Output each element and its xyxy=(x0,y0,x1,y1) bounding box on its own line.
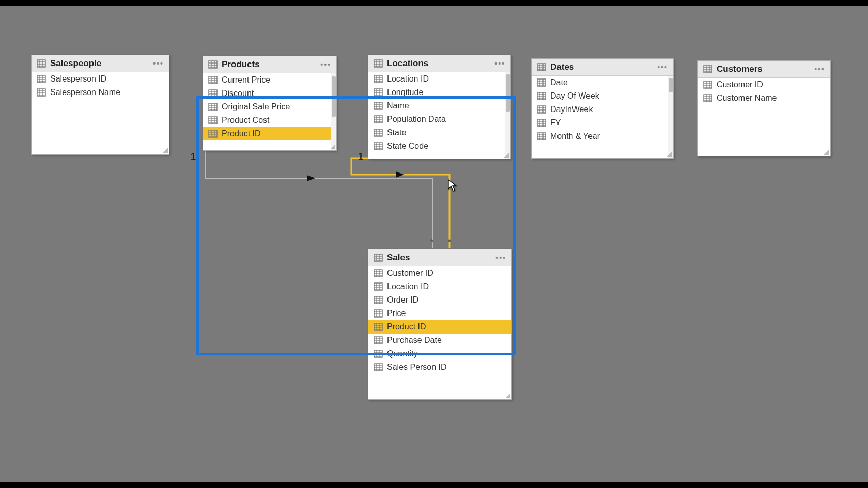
field-name: FY xyxy=(550,118,561,128)
resize-handle[interactable] xyxy=(330,144,335,149)
table-header[interactable]: Dates••• xyxy=(532,59,673,76)
table-menu-icon[interactable]: ••• xyxy=(495,254,506,262)
table-title: Customers xyxy=(717,64,763,74)
field-name: Purchase Date xyxy=(387,336,442,345)
resize-handle[interactable] xyxy=(824,150,829,155)
table-body: Customer IDCustomer Name xyxy=(698,78,830,156)
field-name: Day Of Week xyxy=(550,91,599,101)
field-name: Product Cost xyxy=(222,116,269,125)
cardinality-label: 1 xyxy=(191,151,196,162)
field-row[interactable]: Salesperson Name xyxy=(32,86,169,99)
table-locations[interactable]: Locations•••Location IDLongitudeNamePopu… xyxy=(368,55,511,159)
resize-handle[interactable] xyxy=(667,152,672,157)
table-header[interactable]: Customers••• xyxy=(698,61,830,78)
field-name: Name xyxy=(387,101,409,111)
field-row[interactable]: FY xyxy=(532,116,673,130)
field-row[interactable]: Sales Person ID xyxy=(368,360,512,374)
field-name: State Code xyxy=(387,141,428,151)
scrollbar[interactable] xyxy=(331,73,336,150)
field-name: Location ID xyxy=(387,282,429,291)
table-title: Products xyxy=(222,59,260,70)
table-menu-icon[interactable]: ••• xyxy=(494,59,505,68)
table-header[interactable]: Locations••• xyxy=(368,55,510,72)
field-row[interactable]: Longitude xyxy=(368,86,510,99)
table-header[interactable]: Salespeople••• xyxy=(32,55,169,72)
table-menu-icon[interactable]: ••• xyxy=(320,60,331,69)
field-row[interactable]: Name xyxy=(368,99,510,113)
field-name: Date xyxy=(550,78,568,87)
scrollbar-thumb[interactable] xyxy=(332,76,336,117)
table-customers[interactable]: Customers•••Customer IDCustomer Name xyxy=(698,60,831,156)
field-name: Quantity xyxy=(387,349,418,358)
field-name: Salesperson ID xyxy=(50,74,106,84)
resize-handle[interactable] xyxy=(504,152,509,158)
field-name: Original Sale Price xyxy=(222,102,290,112)
table-title: Sales xyxy=(387,253,410,263)
cardinality-label: * xyxy=(447,237,452,248)
resize-handle[interactable] xyxy=(163,148,168,153)
field-name: Product ID xyxy=(387,322,426,332)
table-dates[interactable]: Dates•••DateDay Of WeekDayInWeekFYMonth … xyxy=(531,58,674,159)
scrollbar-thumb[interactable] xyxy=(669,78,673,92)
field-row[interactable]: DayInWeek xyxy=(532,103,673,116)
field-name: Product ID xyxy=(222,129,261,138)
resize-handle[interactable] xyxy=(505,393,510,398)
table-menu-icon[interactable]: ••• xyxy=(657,63,668,71)
table-body: Location IDLongitudeNamePopulation DataS… xyxy=(368,72,510,159)
field-row[interactable]: Customer ID xyxy=(698,78,830,91)
table-header[interactable]: Sales••• xyxy=(368,249,512,266)
field-row[interactable]: Purchase Date xyxy=(368,334,512,347)
table-salespeople[interactable]: Salespeople•••Salesperson IDSalesperson … xyxy=(31,55,169,155)
field-name: Current Price xyxy=(222,75,270,85)
field-name: Customer ID xyxy=(387,269,433,278)
table-products[interactable]: Products•••Current PriceDiscountOriginal… xyxy=(203,56,337,151)
field-name: Longitude xyxy=(387,88,423,97)
field-name: Sales Person ID xyxy=(387,363,447,372)
field-row[interactable]: Product ID xyxy=(368,320,512,334)
field-row[interactable]: Original Sale Price xyxy=(203,100,336,114)
table-header[interactable]: Products••• xyxy=(203,56,336,73)
table-body: Current PriceDiscountOriginal Sale Price… xyxy=(203,73,336,150)
field-row[interactable]: State Code xyxy=(368,139,510,153)
field-row[interactable]: Month & Year xyxy=(532,130,673,143)
field-row[interactable]: Salesperson ID xyxy=(32,72,169,86)
table-title: Dates xyxy=(550,62,574,72)
field-row[interactable]: Current Price xyxy=(203,73,336,87)
scrollbar[interactable] xyxy=(668,76,673,158)
mouse-cursor xyxy=(447,179,458,192)
svg-marker-1 xyxy=(396,171,404,178)
cardinality-label: * xyxy=(430,237,434,248)
field-name: Population Data xyxy=(387,115,446,124)
scrollbar[interactable] xyxy=(505,72,510,159)
field-row[interactable]: Date xyxy=(532,76,673,89)
scrollbar-thumb[interactable] xyxy=(506,74,510,112)
field-name: Customer Name xyxy=(717,93,777,103)
field-name: Customer ID xyxy=(717,80,763,89)
field-row[interactable]: Location ID xyxy=(368,72,510,86)
field-name: Discount xyxy=(222,89,254,98)
table-title: Locations xyxy=(387,58,428,69)
table-body: Salesperson IDSalesperson Name xyxy=(32,72,169,154)
field-row[interactable]: Population Data xyxy=(368,113,510,126)
field-row[interactable]: Quantity xyxy=(368,347,512,360)
field-name: Price xyxy=(387,309,406,318)
field-row[interactable]: Product ID xyxy=(203,127,336,140)
field-row[interactable]: Customer ID xyxy=(368,266,512,280)
field-row[interactable]: Discount xyxy=(203,87,336,100)
field-row[interactable]: Customer Name xyxy=(698,91,830,105)
field-row[interactable]: Product Cost xyxy=(203,114,336,127)
field-row[interactable]: Day Of Week xyxy=(532,89,673,103)
field-row[interactable]: State xyxy=(368,126,510,139)
table-title: Salespeople xyxy=(50,58,101,69)
cardinality-label: 1 xyxy=(358,151,363,162)
field-name: Location ID xyxy=(387,74,429,84)
table-menu-icon[interactable]: ••• xyxy=(814,65,825,73)
field-name: Month & Year xyxy=(550,132,600,141)
field-row[interactable]: Order ID xyxy=(368,293,512,307)
table-sales[interactable]: Sales•••Customer IDLocation IDOrder IDPr… xyxy=(368,249,512,400)
field-name: Salesperson Name xyxy=(50,88,120,97)
field-row[interactable]: Price xyxy=(368,307,512,320)
field-row[interactable]: Location ID xyxy=(368,280,512,293)
field-name: State xyxy=(387,128,406,137)
table-menu-icon[interactable]: ••• xyxy=(153,59,164,68)
